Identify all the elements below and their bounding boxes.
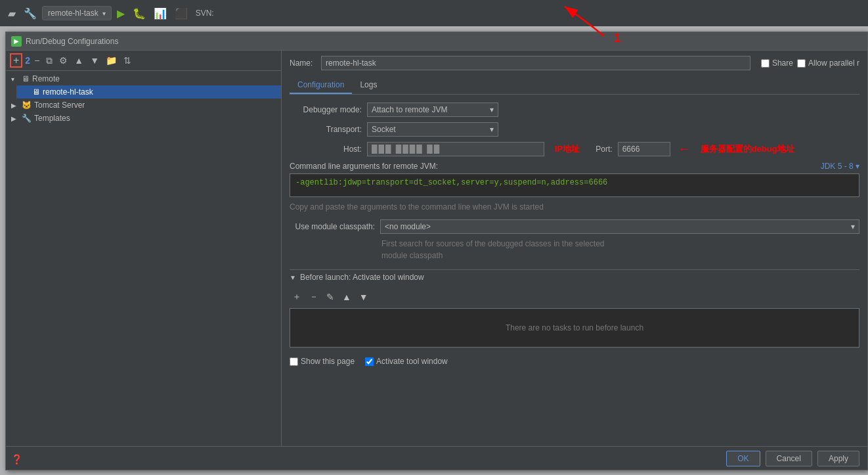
jvm-label-row: Command line arguments for remote JVM: J… [290,162,859,171]
bl-down-button[interactable]: ▼ [357,290,371,304]
port-label: Port: [596,145,612,154]
bl-edit-button[interactable]: ✎ [324,290,337,304]
add-config-button[interactable]: + [10,53,22,68]
remove-config-button[interactable]: − [32,55,42,66]
run-debug-dialog: ▶ Run/Debug Configurations + 2 − ⧉ ⚙ ▲ ▼… [5,32,868,470]
debugger-mode-row: Debugger mode: Attach to remote JVM ▾ [290,102,859,117]
expand-icon: ▾ [11,76,19,83]
config-tree: ▾ 🖥 Remote 🖥 remote-hl-task ▶ 🐱 Tomcat S… [6,71,281,470]
module-hint-line1: First search for sources of the debugged… [381,238,859,250]
share-checkbox[interactable] [761,59,770,68]
section-toggle-icon[interactable]: ▼ [290,274,296,281]
activate-tool-checkbox[interactable] [365,357,374,366]
show-page-label: Show this page [301,357,355,366]
tomcat-expand-icon: ▶ [11,102,19,109]
settings-config-button[interactable]: ⚙ [56,55,70,66]
run-button[interactable]: ▶ [114,5,127,22]
stop-button[interactable]: ⬛ [172,5,190,22]
move-up-button[interactable]: ▲ [72,55,86,66]
move-down-button[interactable]: ▼ [87,55,102,66]
share-checkbox-label[interactable]: Share [761,58,793,68]
copy-config-button[interactable]: ⧉ [43,55,55,66]
dialog-body: + 2 − ⧉ ⚙ ▲ ▼ 📁 ⇅ ▾ 🖥 Remote [6,51,867,470]
tree-item-remote-hl-task[interactable]: 🖥 remote-hl-task [16,85,281,99]
activate-tool-checkbox-label[interactable]: Activate tool window [365,357,448,366]
coverage-button[interactable]: 📊 [151,5,169,22]
show-page-checkbox-label[interactable]: Show this page [290,357,355,366]
top-toolbar: ▰ 🔧 remote-hl-task ▾ ▶ 🐛 📊 ⬛ SVN: [0,0,868,26]
ok-button[interactable]: OK [726,451,760,466]
toolbar-icon-2[interactable]: 🔧 [21,5,39,22]
activate-tool-label: Activate tool window [376,357,448,366]
help-button[interactable]: ❓ [11,454,22,464]
no-tasks-text: There are no tasks to run before launch [506,323,643,332]
show-page-checkbox[interactable] [290,357,298,366]
module-classpath-value: <no module> [385,222,431,231]
name-input[interactable] [321,56,750,70]
bl-add-button[interactable]: ＋ [290,290,304,304]
debugger-mode-label: Debugger mode: [290,105,362,114]
module-hint: First search for sources of the debugged… [381,238,859,261]
debugger-mode-select[interactable]: Attach to remote JVM ▾ [367,102,498,117]
bl-up-button[interactable]: ▲ [339,290,354,304]
jvm-args-value: -agentlib:jdwp=transport=dt_socket,serve… [295,178,607,187]
debug-button[interactable]: 🐛 [130,5,148,22]
copy-hint: Copy and paste the arguments to the comm… [290,202,859,212]
tab-logs[interactable]: Logs [352,77,385,94]
host-port-row: Host: IP地址 Port: ← 服务器配置的debug地址 [290,142,859,156]
toolbar-icon-1[interactable]: ▰ [5,5,18,22]
left-panel: + 2 − ⧉ ⚙ ▲ ▼ 📁 ⇅ ▾ 🖥 Remote [6,51,282,470]
transport-value: Socket [372,125,396,134]
annotation-2: 2 [25,55,30,66]
jdk-link[interactable]: JDK 5 - 8 ▾ [821,162,859,171]
name-label: Name: [290,58,316,68]
transport-label: Transport: [290,125,362,134]
templates-expand-icon: ▶ [11,115,19,122]
transport-select[interactable]: Socket ▾ [367,122,498,137]
chevron-down-icon: ▾ [490,105,494,114]
host-input[interactable] [367,142,544,156]
sort-button[interactable]: ⇅ [121,55,134,66]
port-input[interactable] [618,142,670,156]
tree-item-remote[interactable]: ▾ 🖥 Remote [6,72,281,85]
tree-item-tomcat[interactable]: ▶ 🐱 Tomcat Server [6,99,281,112]
tree-item-templates[interactable]: ▶ 🔧 Templates [6,112,281,125]
module-hint-line2: module classpath [381,250,859,261]
tomcat-label: Tomcat Server [34,101,85,110]
config-dropdown-label: remote-hl-task [48,9,98,18]
remote-hl-task-label: remote-hl-task [43,87,93,97]
module-classpath-row: Use module classpath: <no module> ▾ [290,219,859,234]
tab-configuration[interactable]: Configuration [290,77,352,94]
dialog-titlebar: ▶ Run/Debug Configurations [6,32,867,51]
right-panel: Name: Share Allow parallel r Configurati… [282,51,867,470]
bl-remove-button[interactable]: － [307,290,321,304]
jvm-args-box: -agentlib:jdwp=transport=dt_socket,serve… [290,173,859,197]
remote-group-label: Remote [32,74,60,83]
allow-parallel-checkbox-label[interactable]: Allow parallel r [797,58,859,68]
templates-label: Templates [34,114,70,123]
config-dropdown[interactable]: remote-hl-task ▾ [42,6,112,20]
dialog-icon: ▶ [11,36,22,47]
cancel-button[interactable]: Cancel [766,451,812,466]
before-launch-section: ▼ Before launch: Activate tool window [290,269,859,284]
name-row: Name: Share Allow parallel r [290,56,859,70]
svn-label: SVN: [193,6,217,20]
no-tasks-box: There are no tasks to run before launch [290,308,859,348]
templates-icon: 🔧 [22,114,32,123]
chevron-down-icon: ▾ [102,10,106,17]
ip-annotation: IP地址 [555,143,580,155]
arrow-left-icon: ← [678,143,690,156]
server-annotation: 服务器配置的debug地址 [701,143,794,155]
folder-button[interactable]: 📁 [103,55,119,66]
allow-parallel-checkbox[interactable] [797,59,806,68]
remote-group-icon: 🖥 [22,74,30,83]
config-tabs: Configuration Logs [290,77,859,95]
chevron-down-icon-2: ▾ [490,125,494,134]
apply-button[interactable]: Apply [817,451,859,466]
module-classpath-label: Use module classpath: [290,222,375,231]
module-classpath-select[interactable]: <no module> ▾ [380,219,859,234]
chevron-down-icon-3: ▾ [851,222,855,231]
host-label: Host: [290,145,362,154]
share-row: Share Allow parallel r [761,58,859,68]
left-toolbar: + 2 − ⧉ ⚙ ▲ ▼ 📁 ⇅ [6,51,281,71]
